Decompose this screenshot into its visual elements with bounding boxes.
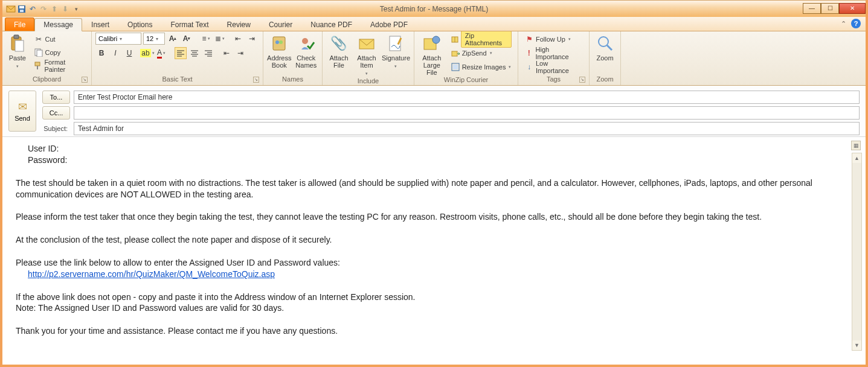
grow-font-button[interactable]: A▴ [167,33,179,45]
group-include: 📎 Attach File Attach Item ▾ Signature ▾ … [323,31,414,85]
svg-rect-9 [35,62,40,66]
check-names-button[interactable]: Check Names [294,33,319,69]
tab-adobe-pdf[interactable]: Adobe PDF [361,18,417,31]
resize-images-button[interactable]: Resize Images▾ [448,60,514,74]
decrease-indent-button[interactable]: ⇤ [232,33,244,45]
help-icon[interactable]: ? [851,19,861,28]
copy-button[interactable]: Copy [31,46,88,59]
tab-review[interactable]: Review [218,18,260,31]
cc-field[interactable] [74,106,860,120]
body-para3: At the conclusion of the test, please co… [16,234,850,246]
tab-options[interactable]: Options [118,18,161,31]
high-importance-button[interactable]: ! High Importance [522,46,585,60]
tab-file[interactable]: File [5,18,34,31]
previous-item-icon[interactable]: ⬆ [50,4,59,14]
highlight-button[interactable]: ab [141,47,153,59]
basictext-dialog-launcher[interactable]: ↘ [253,77,259,83]
align-center-button[interactable] [188,47,201,59]
group-basic-text: Calibri▾ 12▾ A▴ A▾ ≡ ≣ ⇤ ⇥ B I U ab A [92,31,263,85]
to-button[interactable]: To... [42,91,70,104]
maximize-button[interactable]: ☐ [821,3,839,14]
attach-item-icon [357,34,376,53]
undo-icon[interactable]: ↶ [28,4,37,14]
tab-nuance-pdf[interactable]: Nuance PDF [301,18,361,31]
zipsend-label: ZipSend [462,49,487,57]
underline-button[interactable]: U [123,47,135,59]
low-importance-icon: ↓ [524,62,534,72]
subject-field[interactable] [74,122,860,135]
follow-up-button[interactable]: ⚑ Follow Up▾ [522,33,585,46]
paste-icon [8,34,27,53]
body-link[interactable]: http://p2.servername.com/hr/QuizMaker/QM… [28,269,275,279]
tab-insert[interactable]: Insert [82,18,118,31]
zip-attachments-button[interactable]: Zip Attachments [448,33,514,46]
signature-button[interactable]: Signature ▾ [382,33,410,70]
group-label-winzip: WinZip Courier [418,76,514,85]
ruler-toggle-button[interactable]: ▦ [851,141,861,150]
flag-icon: ⚑ [524,34,534,44]
message-body[interactable]: User ID: Password: The test should be ta… [2,137,866,354]
send-button[interactable]: ✉ Send [8,91,36,132]
check-names-label: Check Names [294,54,319,69]
resize-images-icon [451,62,460,72]
vertical-scrollbar[interactable]: ▲ ▼ [852,153,862,351]
zoom-label: Zoom [596,54,613,62]
align-left-button[interactable] [175,47,187,59]
tab-message[interactable]: Message [34,18,82,31]
attach-item-button[interactable]: Attach Item ▾ [354,33,379,77]
format-painter-button[interactable]: Format Painter [31,59,88,72]
qat-customize-icon[interactable]: ▾ [71,4,81,14]
redo-icon[interactable]: ↷ [39,4,48,14]
minimize-button[interactable]: — [803,3,821,14]
numbering-button[interactable]: ≣ [214,33,226,45]
group-winzip: Attach Large File Zip Attachments ZipSen… [414,31,518,85]
increase-indent-button[interactable]: ⇥ [246,33,258,45]
tab-format-text[interactable]: Format Text [161,18,217,31]
increase-indent-button-2[interactable]: ⇥ [234,47,246,59]
body-userid-label: User ID: [28,143,850,155]
body-para4: Please use the link below to allow to en… [16,257,850,269]
font-size-select[interactable]: 12▾ [143,33,165,45]
title-bar: ↶ ↷ ⬆ ⬇ ▾ Test Admin for - Message (HTML… [2,0,866,17]
body-para7: Thank you for your time and assistance. … [16,325,850,337]
svg-rect-5 [14,35,19,39]
scroll-up-icon[interactable]: ▲ [852,153,861,163]
copy-label: Copy [45,49,61,56]
paste-button[interactable]: Paste ▾ [6,33,29,70]
low-importance-button[interactable]: ↓ Low Importance [522,60,585,74]
italic-button[interactable]: I [109,47,121,59]
minimize-ribbon-icon[interactable]: ⌃ [841,20,846,28]
tab-courier[interactable]: Courier [260,18,301,31]
high-importance-icon: ! [524,48,534,58]
low-importance-label: Low Importance [536,60,583,74]
cut-button[interactable]: ✂ Cut [31,33,88,46]
attach-file-button[interactable]: 📎 Attach File [326,33,352,69]
zipsend-button[interactable]: ZipSend▾ [448,46,514,60]
bold-button[interactable]: B [95,47,108,59]
window-controls: — ☐ ✕ [803,4,866,14]
to-field[interactable] [74,91,860,104]
group-names: Address Book Check Names Names [263,31,323,85]
svg-rect-6 [15,40,24,51]
tags-dialog-launcher[interactable]: ↘ [579,77,585,83]
decrease-indent-button-2[interactable]: ⇤ [220,47,233,59]
bullets-button[interactable]: ≡ [200,33,212,45]
scroll-down-icon[interactable]: ▼ [852,340,861,350]
cc-button[interactable]: Cc... [42,106,70,120]
group-label-tags: Tags↘ [522,75,585,85]
close-button[interactable]: ✕ [839,3,866,14]
attach-large-file-button[interactable]: Attach Large File [418,33,446,76]
shrink-font-button[interactable]: A▾ [181,33,193,45]
clipboard-dialog-launcher[interactable]: ↘ [82,77,88,83]
align-right-button[interactable] [202,47,214,59]
zoom-button[interactable]: Zoom [593,33,617,62]
copy-icon [34,48,43,57]
font-color-button[interactable]: A [155,47,167,59]
font-name-select[interactable]: Calibri▾ [95,33,141,45]
next-item-icon[interactable]: ⬇ [60,4,70,14]
group-zoom: Zoom Zoom [590,31,621,85]
address-book-button[interactable]: Address Book [267,33,292,69]
message-body-area: ▦ ▲ ▼ User ID: Password: The test should… [2,137,866,354]
save-icon[interactable] [17,4,27,14]
cut-label: Cut [45,36,56,43]
